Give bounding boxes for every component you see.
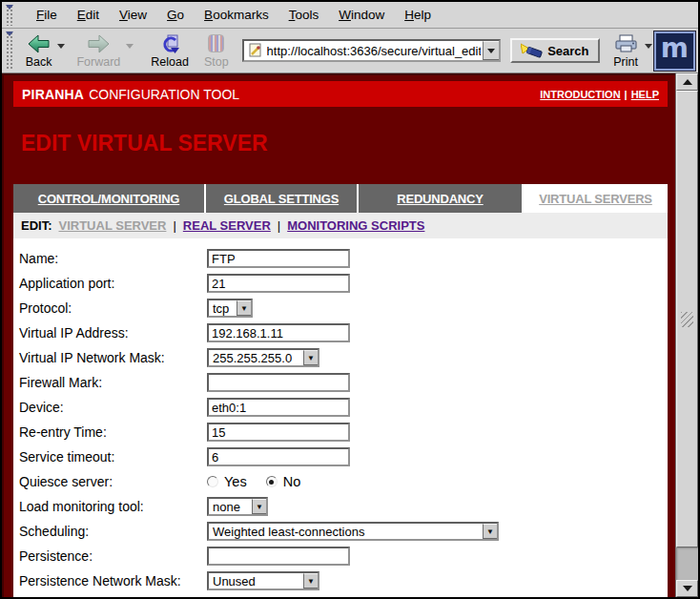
form-row-quiesce-server: Quiesce server: Yes No [17, 469, 668, 494]
menu-go[interactable]: Go [167, 8, 184, 22]
scroll-down-button[interactable] [676, 580, 698, 597]
chevron-down-icon: ▼ [252, 499, 266, 514]
virtual-ip-input[interactable] [207, 323, 350, 342]
menu-edit[interactable]: Edit [77, 8, 99, 22]
back-label: Back [26, 55, 52, 69]
quiesce-yes-radio[interactable] [207, 476, 218, 487]
mozilla-logo-button[interactable]: m [654, 31, 695, 71]
search-button[interactable]: Search [510, 38, 599, 63]
scrollbar-thumb[interactable] [676, 91, 698, 547]
print-dropdown-arrow-icon[interactable] [645, 44, 652, 49]
subnav-virtual-server-link[interactable]: VIRTUAL SERVER [59, 218, 167, 233]
quiesce-no-radio[interactable] [266, 476, 278, 487]
reload-button[interactable]: Reload [151, 32, 189, 69]
scroll-up-button[interactable] [676, 73, 698, 91]
arrow-up-icon [683, 79, 692, 85]
form-row-scheduling: Scheduling: Weighted least-connections ▼ [17, 519, 668, 544]
menu-window[interactable]: Window [339, 8, 384, 22]
scrollbar-trough[interactable] [676, 547, 698, 580]
tab-global-settings[interactable]: GLOBAL SETTINGS [204, 184, 357, 213]
persistence-label: Persistence: [17, 548, 207, 564]
form-row-service-timeout: Service timeout: [17, 444, 668, 469]
subnav-real-server-link[interactable]: REAL SERVER [183, 218, 271, 233]
help-link[interactable]: HELP [631, 89, 659, 100]
stop-label: Stop [204, 55, 229, 69]
virtual-ip-label: Virtual IP Address: [17, 325, 207, 341]
reentry-time-input[interactable] [207, 423, 350, 442]
form-row-application-port: Application port: [17, 271, 668, 296]
print-icon [613, 32, 639, 54]
persistence-mask-select[interactable]: Unused ▼ [207, 571, 319, 590]
subnav-prefix: EDIT: [21, 218, 52, 233]
menu-help[interactable]: Help [404, 8, 431, 22]
piranha-header-bar: PIRANHA CONFIGURATION TOOL INTRODUCTION … [13, 81, 668, 107]
protocol-select[interactable]: tcp ▼ [207, 299, 253, 318]
virtual-ip-mask-value: 255.255.255.0 [209, 351, 292, 365]
browser-window: File Edit View Go Bookmarks Tools Window… [0, 0, 700, 599]
quiesce-yes-label: Yes [224, 474, 247, 489]
application-port-label: Application port: [17, 276, 207, 291]
forward-button[interactable]: Forward [76, 32, 135, 69]
introduction-link[interactable]: INTRODUCTION [540, 89, 620, 100]
back-dropdown-arrow-icon[interactable] [57, 44, 65, 49]
forward-icon [87, 32, 110, 54]
load-monitoring-value: none [209, 500, 240, 514]
subnav-separator: | [173, 218, 175, 233]
scheduling-value: Weighted least-connections [209, 525, 364, 539]
tab-virtual-servers[interactable]: VIRTUAL SERVERS [522, 184, 668, 213]
toolbar-grabber-handle[interactable] [5, 31, 14, 71]
name-input[interactable] [207, 249, 350, 268]
quiesce-server-label: Quiesce server: [17, 474, 207, 489]
menu-bookmarks[interactable]: Bookmarks [204, 8, 269, 22]
page-bookmark-icon[interactable] [248, 43, 263, 58]
vertical-scrollbar [675, 73, 698, 597]
subnav-monitoring-scripts-link[interactable]: MONITORING SCRIPTS [287, 218, 424, 233]
load-monitoring-label: Load monitoring tool: [17, 499, 207, 514]
tab-redundancy[interactable]: REDUNDANCY [357, 184, 522, 213]
virtual-ip-mask-select[interactable]: 255.255.255.0 ▼ [207, 348, 319, 367]
menu-file[interactable]: File [36, 8, 57, 22]
menu-tools[interactable]: Tools [289, 8, 319, 22]
back-icon [28, 32, 51, 54]
scheduling-select[interactable]: Weighted least-connections ▼ [207, 522, 499, 541]
scheduling-label: Scheduling: [17, 524, 207, 539]
stop-button[interactable]: Stop [204, 32, 229, 69]
menu-view[interactable]: View [119, 8, 147, 22]
form-row-load-monitoring: Load monitoring tool: none ▼ [17, 494, 668, 519]
url-input[interactable] [265, 44, 484, 58]
persistence-input[interactable] [207, 547, 350, 566]
arrow-down-icon [683, 586, 692, 591]
brand-name: PIRANHA [22, 87, 84, 102]
chevron-down-icon: ▼ [483, 524, 497, 539]
page-viewport: PIRANHA CONFIGURATION TOOL INTRODUCTION … [2, 73, 675, 597]
application-port-input[interactable] [207, 274, 350, 293]
navigation-toolbar: Back Forward [2, 29, 698, 73]
virtual-ip-mask-label: Virtual IP Network Mask: [17, 350, 207, 365]
load-monitoring-select[interactable]: none ▼ [207, 497, 268, 516]
service-timeout-input[interactable] [207, 447, 350, 466]
device-input[interactable] [207, 398, 350, 417]
firewall-mark-input[interactable] [207, 373, 350, 392]
chevron-down-icon: ▼ [237, 300, 251, 316]
quiesce-radio-group: Yes No [207, 474, 300, 489]
reentry-time-label: Re-entry Time: [17, 424, 207, 440]
subnav-separator: | [278, 218, 280, 233]
persistence-mask-value: Unused [209, 574, 256, 589]
quiesce-no-label: No [283, 474, 301, 489]
toolbar-grabber-handle[interactable] [5, 4, 14, 26]
brand-subtitle: CONFIGURATION TOOL [89, 87, 239, 102]
virtual-server-form: Name: Application port: Protocol: tcp ▼ … [13, 238, 668, 597]
protocol-value: tcp [209, 301, 229, 316]
tab-control-monitoring[interactable]: CONTROL/MONITORING [13, 184, 204, 213]
protocol-label: Protocol: [17, 300, 207, 316]
persistence-mask-label: Persistence Network Mask: [17, 573, 207, 589]
forward-label: Forward [76, 55, 120, 69]
name-label: Name: [17, 251, 207, 266]
url-history-dropdown-button[interactable] [483, 41, 499, 60]
service-timeout-label: Service timeout: [17, 449, 207, 465]
flashlight-icon [521, 43, 543, 59]
print-button[interactable]: Print [613, 32, 654, 69]
mozilla-logo-icon: m [661, 35, 689, 62]
back-button[interactable]: Back [26, 32, 68, 69]
stop-icon [208, 32, 224, 54]
